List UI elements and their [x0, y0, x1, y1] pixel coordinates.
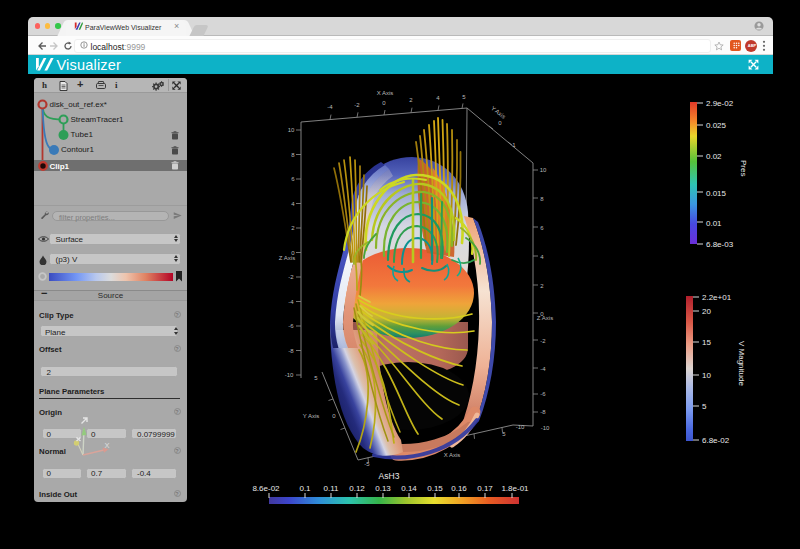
- svg-text:0.015: 0.015: [706, 189, 727, 198]
- svg-text:20: 20: [702, 307, 711, 316]
- svg-text:0.12: 0.12: [349, 484, 365, 493]
- svg-text:15: 15: [702, 338, 711, 347]
- svg-text:10: 10: [702, 371, 711, 380]
- svg-text:6.8e-02: 6.8e-02: [702, 436, 730, 445]
- svg-text:8: 8: [540, 196, 544, 202]
- svg-text:2: 2: [540, 283, 544, 289]
- svg-text:5: 5: [502, 431, 506, 437]
- svg-text:2.9e-02: 2.9e-02: [706, 99, 734, 108]
- svg-text:X Axis: X Axis: [444, 452, 461, 458]
- svg-text:0: 0: [498, 120, 502, 126]
- svg-text:2: 2: [291, 225, 295, 231]
- svg-text:4: 4: [540, 254, 544, 260]
- svg-text:-10: -10: [541, 425, 550, 431]
- svg-text:-8: -8: [540, 409, 546, 415]
- svg-text:4: 4: [291, 201, 295, 207]
- svg-text:-2: -2: [288, 274, 294, 280]
- svg-text:0: 0: [332, 413, 336, 419]
- svg-text:-4: -4: [540, 366, 546, 372]
- svg-text:-6: -6: [288, 323, 294, 329]
- svg-text:Pres: Pres: [739, 160, 748, 176]
- svg-text:0.13: 0.13: [375, 484, 391, 493]
- svg-text:0.16: 0.16: [451, 484, 467, 493]
- svg-text:6: 6: [540, 225, 544, 231]
- svg-text:0: 0: [382, 100, 386, 106]
- svg-text:0.02: 0.02: [706, 152, 722, 161]
- svg-text:5: 5: [314, 375, 318, 381]
- svg-text:X Axis: X Axis: [377, 90, 394, 96]
- svg-text:1: 1: [512, 142, 516, 148]
- svg-text:0.01: 0.01: [706, 219, 722, 228]
- svg-text:Z Axis: Z Axis: [537, 315, 553, 321]
- svg-text:-2: -2: [354, 102, 360, 108]
- svg-text:2.2e+01: 2.2e+01: [702, 293, 732, 302]
- svg-text:-8: -8: [288, 348, 294, 354]
- svg-text:10: 10: [288, 127, 295, 133]
- svg-text:0.025: 0.025: [706, 121, 727, 130]
- svg-text:-2: -2: [540, 338, 546, 344]
- svg-text:1.8e-01: 1.8e-01: [501, 484, 529, 493]
- svg-text:0.14: 0.14: [401, 484, 417, 493]
- svg-text:8.6e-02: 8.6e-02: [252, 484, 280, 493]
- svg-text:0.15: 0.15: [427, 484, 443, 493]
- svg-text:-6: -6: [540, 391, 546, 397]
- svg-text:-4: -4: [327, 104, 333, 110]
- svg-text:8: 8: [291, 152, 295, 158]
- svg-text:AsH3: AsH3: [379, 471, 400, 481]
- svg-text:6: 6: [291, 176, 295, 182]
- svg-text:5: 5: [462, 94, 466, 100]
- svg-text:6.8e-03: 6.8e-03: [706, 240, 734, 249]
- svg-text:2: 2: [409, 97, 413, 103]
- svg-text:-4: -4: [288, 299, 294, 305]
- svg-text:-5: -5: [364, 461, 370, 467]
- svg-text:0.11: 0.11: [324, 484, 340, 493]
- svg-text:0.17: 0.17: [477, 484, 493, 493]
- svg-text:Y Axis: Y Axis: [303, 413, 320, 419]
- svg-text:V Magnitude: V Magnitude: [737, 341, 746, 386]
- svg-text:-10: -10: [516, 424, 525, 430]
- svg-text:X: X: [105, 441, 110, 450]
- svg-text:-10: -10: [285, 372, 294, 378]
- svg-text:5: 5: [702, 402, 707, 411]
- svg-text:10: 10: [540, 167, 547, 173]
- svg-text:Y Axis: Y Axis: [490, 105, 507, 120]
- svg-text:0.1: 0.1: [299, 484, 311, 493]
- svg-text:4: 4: [436, 95, 440, 101]
